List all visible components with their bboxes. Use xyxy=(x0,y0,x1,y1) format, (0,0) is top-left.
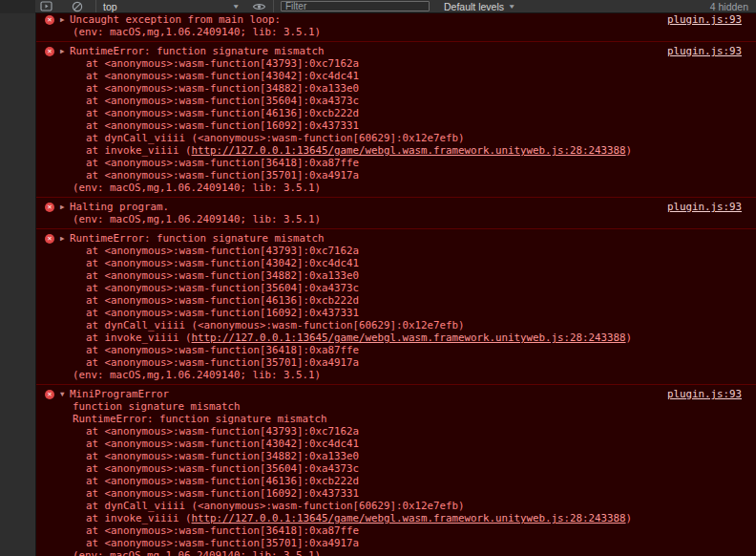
console-error-entry: ✕▼MiniProgramErrorfunction signature mis… xyxy=(36,384,756,556)
env-info-line: (env: macOS,mg,1.06.2409140; lib: 3.5.1) xyxy=(73,26,756,38)
error-message-line: RuntimeError: function signature mismatc… xyxy=(73,413,756,425)
env-info-line: (env: macOS,mg,1.06.2409140; lib: 3.5.1) xyxy=(73,182,756,194)
source-location-link[interactable]: plugin.js:93 xyxy=(667,201,742,213)
error-title: MiniProgramError xyxy=(70,388,756,400)
stack-source-link[interactable]: http://127.0.0.1:13645/game/webgl.wasm.f… xyxy=(192,144,626,157)
stack-frame: at <anonymous>:wasm-function[36418]:0xa8… xyxy=(86,344,756,356)
stack-frame: at <anonymous>:wasm-function[34882]:0xa1… xyxy=(86,450,756,462)
stack-frame: at <anonymous>:wasm-function[43793]:0xc7… xyxy=(86,425,756,438)
source-location-link[interactable]: plugin.js:93 xyxy=(667,45,742,57)
console-error-entry: ✕▶RuntimeError: function signature misma… xyxy=(36,41,756,197)
console-sidebar-icon[interactable] xyxy=(38,1,53,12)
stack-frame: at <anonymous>:wasm-function[35701]:0xa4… xyxy=(86,169,756,182)
error-message-line: function signature mismatch xyxy=(73,400,756,413)
console-sidebar-strip-header xyxy=(0,0,35,13)
stack-frame: at <anonymous>:wasm-function[43042]:0xc4… xyxy=(86,257,756,269)
expand-toggle-icon[interactable]: ▶ xyxy=(60,201,69,213)
stack-frame: at dynCall_viiii (<anonymous>:wasm-funct… xyxy=(86,500,756,512)
stack-frame: at <anonymous>:wasm-function[16092]:0x43… xyxy=(86,307,756,319)
error-title: RuntimeError: function signature mismatc… xyxy=(70,232,756,245)
stack-frame: at <anonymous>:wasm-function[36418]:0xa8… xyxy=(86,157,756,169)
stack-source-link[interactable]: http://127.0.0.1:13645/game/webgl.wasm.f… xyxy=(192,512,626,524)
console-toolbar: top ▼ Default levels ▼ 4 hidden xyxy=(35,0,756,13)
error-title: Uncaught exception from main loop: xyxy=(70,13,756,26)
stack-frame: at invoke_viiii (http://127.0.0.1:13645/… xyxy=(86,144,756,157)
chevron-down-icon: ▼ xyxy=(508,3,515,10)
error-icon: ✕ xyxy=(45,390,54,399)
console-error-entry: ✕▶RuntimeError: function signature misma… xyxy=(36,228,756,384)
error-icon: ✕ xyxy=(45,47,54,56)
error-icon: ✕ xyxy=(45,234,54,244)
stack-frame: at <anonymous>:wasm-function[16092]:0x43… xyxy=(86,119,756,132)
console-sidebar-strip xyxy=(0,0,36,556)
console-messages: ✕▶Uncaught exception from main loop:(env… xyxy=(36,13,756,556)
stack-frame: at <anonymous>:wasm-function[43042]:0xc4… xyxy=(86,438,756,450)
stack-frame: at <anonymous>:wasm-function[46136]:0xcb… xyxy=(86,475,756,487)
error-title: RuntimeError: function signature mismatc… xyxy=(70,45,756,57)
eye-icon[interactable] xyxy=(251,1,266,12)
toolbar-divider xyxy=(95,0,96,12)
expand-toggle-icon[interactable]: ▶ xyxy=(60,45,69,57)
clear-console-icon[interactable] xyxy=(70,1,85,12)
log-levels-label: Default levels xyxy=(444,1,504,12)
env-info-line: (env: macOS,mg,1.06.2409140; lib: 3.5.1) xyxy=(73,213,756,225)
stack-frame: at <anonymous>:wasm-function[36418]:0xa8… xyxy=(86,524,756,537)
collapse-toggle-icon[interactable]: ▼ xyxy=(60,388,69,400)
toolbar-divider xyxy=(273,0,274,12)
stack-frame: at <anonymous>:wasm-function[35701]:0xa4… xyxy=(86,537,756,549)
stack-frame: at <anonymous>:wasm-function[35701]:0xa4… xyxy=(86,356,756,369)
expand-toggle-icon[interactable]: ▶ xyxy=(60,232,69,245)
error-title: Halting program. xyxy=(70,201,756,213)
stack-frame: at <anonymous>:wasm-function[43793]:0xc7… xyxy=(86,57,756,70)
stack-frame: at <anonymous>:wasm-function[35604]:0xa4… xyxy=(86,462,756,475)
frame-context-selector[interactable]: top ▼ xyxy=(103,1,239,12)
hidden-messages-badge: 4 hidden xyxy=(710,1,748,12)
stack-frame: at <anonymous>:wasm-function[35604]:0xa4… xyxy=(86,282,756,294)
stack-frame: at <anonymous>:wasm-function[43042]:0xc4… xyxy=(86,70,756,82)
error-icon: ✕ xyxy=(45,203,54,212)
source-location-link[interactable]: plugin.js:93 xyxy=(667,388,742,400)
chevron-down-icon: ▼ xyxy=(232,3,240,10)
stack-frame: at <anonymous>:wasm-function[34882]:0xa1… xyxy=(86,82,756,95)
log-levels-dropdown[interactable]: Default levels ▼ xyxy=(444,1,514,12)
console-error-entry: ✕▶Halting program.(env: macOS,mg,1.06.24… xyxy=(36,197,756,228)
stack-source-link[interactable]: http://127.0.0.1:13645/game/webgl.wasm.f… xyxy=(192,331,626,344)
env-info-line: (env: macOS,mg,1.06.2409140; lib: 3.5.1) xyxy=(73,369,756,381)
source-location-link[interactable]: plugin.js:93 xyxy=(667,13,742,26)
stack-frame: at dynCall_viiii (<anonymous>:wasm-funct… xyxy=(86,132,756,144)
expand-toggle-icon[interactable]: ▶ xyxy=(60,13,69,26)
stack-frame: at <anonymous>:wasm-function[43793]:0xc7… xyxy=(86,245,756,257)
stack-frame: at invoke_viiii (http://127.0.0.1:13645/… xyxy=(86,331,756,344)
console-error-entry: ✕▶Uncaught exception from main loop:(env… xyxy=(36,11,756,41)
stack-frame: at <anonymous>:wasm-function[16092]:0x43… xyxy=(86,487,756,500)
stack-frame: at <anonymous>:wasm-function[34882]:0xa1… xyxy=(86,269,756,282)
stack-frame: at <anonymous>:wasm-function[46136]:0xcb… xyxy=(86,294,756,307)
stack-frame: at dynCall_viiii (<anonymous>:wasm-funct… xyxy=(86,319,756,331)
filter-input[interactable] xyxy=(281,1,430,11)
stack-frame: at <anonymous>:wasm-function[46136]:0xcb… xyxy=(86,107,756,119)
stack-frame: at invoke_viiii (http://127.0.0.1:13645/… xyxy=(86,512,756,524)
frame-context-label: top xyxy=(103,1,117,12)
stack-frame: at <anonymous>:wasm-function[35604]:0xa4… xyxy=(86,95,756,107)
env-info-line: (env: macOS,mg,1.06.2409140; lib: 3.5.1) xyxy=(73,549,756,556)
error-icon: ✕ xyxy=(45,15,54,25)
